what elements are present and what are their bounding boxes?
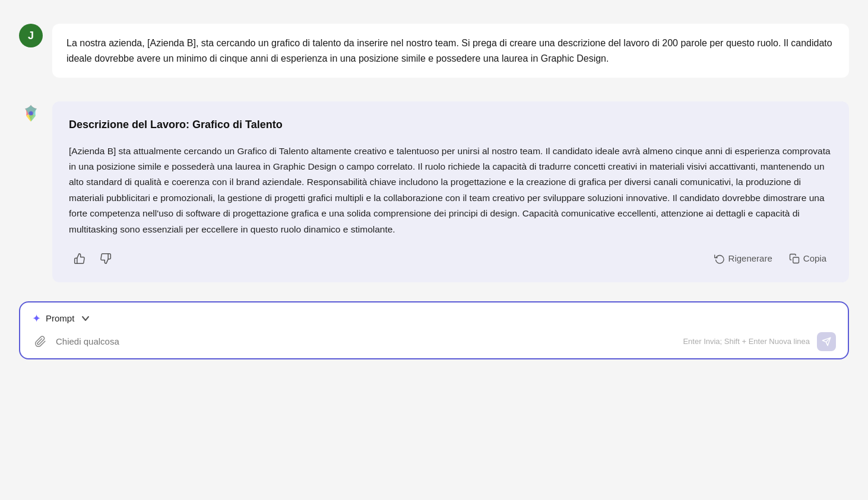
ai-message-title: Descrizione del Lavoro: Grafico di Talen… [69,116,832,134]
send-icon [822,337,831,346]
ai-message-container: Descrizione del Lavoro: Grafico di Talen… [19,97,849,287]
sparkle-icon: ✦ [32,312,41,325]
chevron-down-icon [81,314,90,323]
ai-message-actions: Rigenerare Copia [69,249,832,268]
regenerate-label: Rigenerare [728,253,772,263]
svg-point-0 [29,112,33,116]
regenerate-button[interactable]: Rigenerare [708,250,778,267]
ai-message-body: [Azienda B] sta attualmente cercando un … [69,144,832,237]
avatar: J [19,24,43,47]
prompt-hint: Enter Invia; Shift + Enter Nuova linea [683,337,810,346]
copy-label: Copia [803,253,826,263]
prompt-input[interactable] [56,336,676,346]
prompt-label: Prompt [46,313,74,323]
ai-logo [19,101,43,125]
send-button[interactable] [817,332,836,351]
ai-logo-icon [20,103,42,124]
ai-message-bubble: Descrizione del Lavoro: Grafico di Talen… [52,101,849,282]
user-message-text: La nostra azienda, [Azienda B], sta cerc… [66,38,832,63]
prompt-input-row: Enter Invia; Shift + Enter Nuova linea [32,332,836,351]
thumbs-up-button[interactable] [69,249,90,268]
paperclip-icon [34,336,46,348]
prompt-header: ✦ Prompt [32,312,836,325]
attachment-button[interactable] [32,333,49,350]
user-message-bubble: La nostra azienda, [Azienda B], sta cerc… [52,24,849,78]
copy-button[interactable]: Copia [783,250,832,267]
user-message-container: J La nostra azienda, [Azienda B], sta ce… [19,14,849,87]
thumbs-down-button[interactable] [95,249,116,268]
prompt-area: ✦ Prompt Enter Invia; Shift + Enter Nuov… [19,301,849,359]
prompt-dropdown-button[interactable] [79,313,92,324]
svg-rect-1 [793,257,799,263]
